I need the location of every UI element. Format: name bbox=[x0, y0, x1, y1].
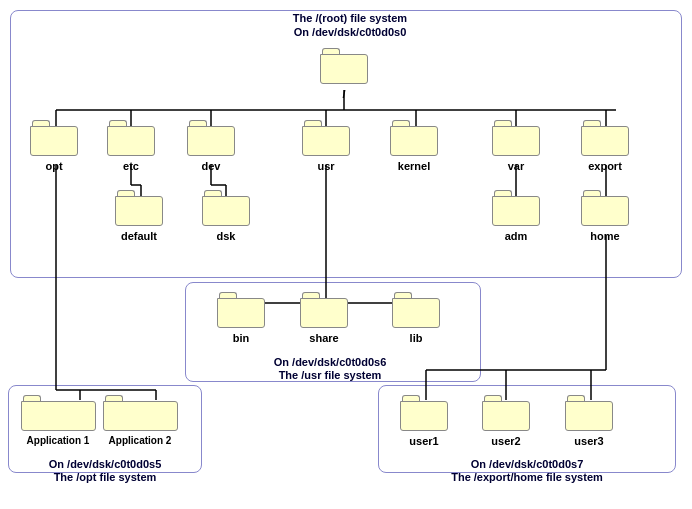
folder-icon-etc bbox=[107, 120, 155, 158]
folder-label-bin: bin bbox=[233, 332, 250, 344]
folder-kernel: kernel bbox=[390, 120, 438, 172]
folder-label-user1: user1 bbox=[409, 435, 438, 447]
folder-label-default: default bbox=[121, 230, 157, 242]
folder-label-usr: usr bbox=[317, 160, 334, 172]
folder-icon-app2 bbox=[103, 395, 178, 433]
folder-label-dsk: dsk bbox=[217, 230, 236, 242]
folder-label-dev: dev bbox=[202, 160, 221, 172]
folder-icon-dsk bbox=[202, 190, 250, 228]
folder-label-adm: adm bbox=[505, 230, 528, 242]
folder-label-root: / bbox=[342, 88, 345, 100]
folder-label-app1: Application 1 bbox=[21, 435, 96, 446]
folder-icon-opt bbox=[30, 120, 78, 158]
folder-icon-user3 bbox=[565, 395, 613, 433]
folder-label-user2: user2 bbox=[491, 435, 520, 447]
root-box-label1: The /(root) file system bbox=[240, 12, 460, 24]
folder-icon-share bbox=[300, 292, 348, 330]
folder-icon-usr bbox=[302, 120, 350, 158]
folder-opt: opt bbox=[30, 120, 78, 172]
folder-etc: etc bbox=[107, 120, 155, 172]
folder-icon-user2 bbox=[482, 395, 530, 433]
folder-label-user3: user3 bbox=[574, 435, 603, 447]
folder-icon-home bbox=[581, 190, 629, 228]
folder-lib: lib bbox=[392, 292, 440, 344]
folder-icon-dev bbox=[187, 120, 235, 158]
folder-app1: Application 1 bbox=[18, 395, 98, 446]
folder-label-etc: etc bbox=[123, 160, 139, 172]
folder-icon-export bbox=[581, 120, 629, 158]
home-box-label2: The /export/home file system bbox=[382, 471, 672, 483]
folder-label-var: var bbox=[508, 160, 525, 172]
folder-label-share: share bbox=[309, 332, 338, 344]
folder-user3: user3 bbox=[565, 395, 613, 447]
folder-icon-lib bbox=[392, 292, 440, 330]
folder-icon-bin bbox=[217, 292, 265, 330]
opt-box-label1: On /dev/dsk/c0t0d0s5 bbox=[12, 458, 198, 470]
folder-icon-kernel bbox=[390, 120, 438, 158]
folder-icon-adm bbox=[492, 190, 540, 228]
folder-var: var bbox=[492, 120, 540, 172]
folder-label-kernel: kernel bbox=[398, 160, 430, 172]
folder-icon-default bbox=[115, 190, 163, 228]
folder-root: / bbox=[320, 48, 368, 100]
folder-usr: usr bbox=[302, 120, 350, 172]
folder-icon-var bbox=[492, 120, 540, 158]
folder-label-lib: lib bbox=[410, 332, 423, 344]
diagram-container: The /(root) file system On /dev/dsk/c0t0… bbox=[0, 0, 692, 509]
usr-box-label1: On /dev/dsk/c0t0d0s6 bbox=[220, 356, 440, 368]
folder-label-export: export bbox=[588, 160, 622, 172]
folder-bin: bin bbox=[217, 292, 265, 344]
folder-share: share bbox=[300, 292, 348, 344]
folder-label-home: home bbox=[590, 230, 619, 242]
folder-export: export bbox=[581, 120, 629, 172]
folder-home: home bbox=[581, 190, 629, 242]
folder-label-app2: Application 2 bbox=[103, 435, 178, 446]
opt-box-label2: The /opt file system bbox=[12, 471, 198, 483]
folder-icon-root bbox=[320, 48, 368, 86]
folder-label-opt: opt bbox=[45, 160, 62, 172]
folder-dsk: dsk bbox=[202, 190, 250, 242]
root-box-label2: On /dev/dsk/c0t0d0s0 bbox=[240, 26, 460, 38]
folder-adm: adm bbox=[492, 190, 540, 242]
folder-user1: user1 bbox=[400, 395, 448, 447]
folder-icon-app1 bbox=[21, 395, 96, 433]
home-box-label1: On /dev/dsk/c0t0d0s7 bbox=[382, 458, 672, 470]
folder-dev: dev bbox=[187, 120, 235, 172]
folder-user2: user2 bbox=[482, 395, 530, 447]
folder-icon-user1 bbox=[400, 395, 448, 433]
folder-app2: Application 2 bbox=[100, 395, 180, 446]
folder-default: default bbox=[115, 190, 163, 242]
usr-box-label2: The /usr file system bbox=[220, 369, 440, 381]
